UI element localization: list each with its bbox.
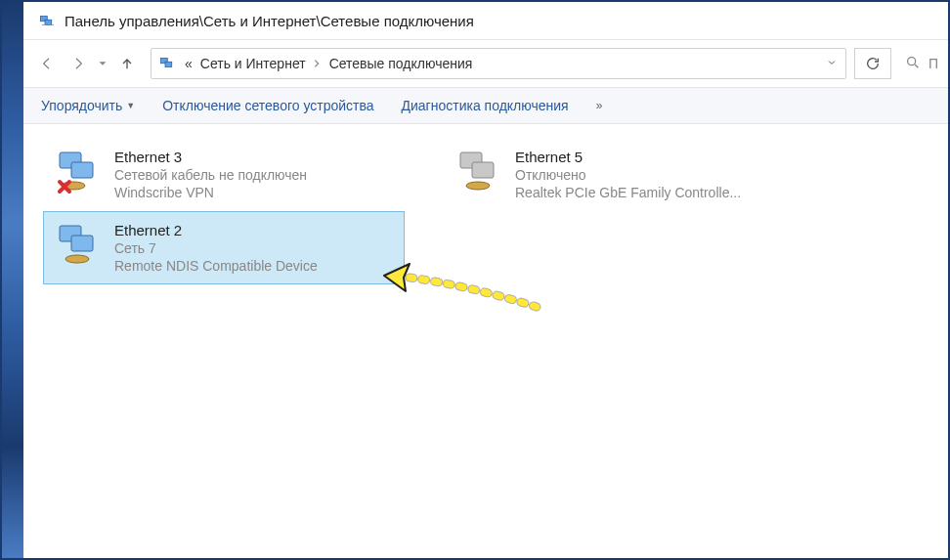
- connection-device: Remote NDIS Compatible Device: [114, 258, 318, 274]
- address-bar[interactable]: « Сеть и Интернет Сетевые подключения: [151, 48, 846, 79]
- svg-rect-3: [165, 62, 172, 66]
- recent-dropdown[interactable]: [96, 50, 109, 77]
- connection-device: Realtek PCIe GbE Family Controlle...: [515, 185, 741, 200]
- svg-rect-6: [71, 162, 93, 178]
- refresh-button[interactable]: [854, 48, 891, 79]
- connection-info: Ethernet 2 Сеть 7 Remote NDIS Compatible…: [114, 222, 318, 274]
- window-title: Панель управления\Сеть и Интернет\Сетевы…: [65, 13, 474, 29]
- connection-status: Сетевой кабель не подключен: [114, 167, 307, 183]
- disable-label: Отключение сетевого устройства: [162, 98, 373, 113]
- network-adapter-icon: [456, 149, 503, 195]
- search-icon: [905, 55, 921, 73]
- breadcrumb-item[interactable]: Сеть и Интернет: [200, 56, 322, 71]
- toolbar: Упорядочить ▼ Отключение сетевого устрой…: [23, 88, 948, 124]
- address-dropdown[interactable]: [826, 57, 838, 71]
- breadcrumb-item[interactable]: Сетевые подключения: [329, 56, 473, 71]
- disable-device-button[interactable]: Отключение сетевого устройства: [162, 98, 373, 113]
- connection-item[interactable]: Ethernet 5 Отключено Realtek PCIe GbE Fa…: [444, 138, 805, 211]
- svg-point-10: [466, 182, 490, 190]
- connection-name: Ethernet 5: [515, 149, 741, 165]
- connection-status: Сеть 7: [114, 240, 318, 256]
- connection-item[interactable]: Ethernet 3 Сетевой кабель не подключен W…: [43, 138, 405, 211]
- svg-point-13: [65, 255, 89, 263]
- connections-grid: Ethernet 3 Сетевой кабель не подключен W…: [43, 138, 928, 284]
- breadcrumb-label: Сетевые подключения: [329, 56, 473, 71]
- search-placeholder: П: [928, 56, 938, 71]
- network-adapter-icon: [56, 222, 103, 269]
- forward-button[interactable]: [65, 50, 92, 77]
- search-box[interactable]: П: [895, 55, 938, 73]
- navbar: « Сеть и Интернет Сетевые подключения П: [23, 40, 948, 88]
- breadcrumb-label: Сеть и Интернет: [200, 56, 306, 71]
- connections-pane: Ethernet 3 Сетевой кабель не подключен W…: [23, 124, 948, 558]
- breadcrumb-prefix[interactable]: «: [185, 56, 193, 71]
- chevron-right-icon: [312, 56, 322, 71]
- connection-status: Отключено: [515, 167, 741, 183]
- connection-info: Ethernet 5 Отключено Realtek PCIe GbE Fa…: [515, 149, 741, 200]
- toolbar-overflow[interactable]: »: [596, 99, 603, 112]
- connection-device: Windscribe VPN: [114, 185, 307, 200]
- organize-label: Упорядочить: [41, 98, 122, 113]
- connection-item[interactable]: Ethernet 2 Сеть 7 Remote NDIS Compatible…: [43, 211, 405, 284]
- chevron-down-icon: ▼: [126, 101, 135, 110]
- connection-name: Ethernet 2: [114, 222, 318, 238]
- svg-rect-1: [45, 20, 52, 24]
- network-adapter-icon: [56, 149, 103, 195]
- svg-rect-12: [71, 236, 93, 251]
- network-connections-icon: [159, 54, 177, 74]
- svg-point-4: [908, 57, 916, 65]
- svg-rect-9: [472, 162, 494, 178]
- connection-name: Ethernet 3: [114, 149, 307, 165]
- diagnose-label: Диагностика подключения: [402, 98, 569, 113]
- organize-menu[interactable]: Упорядочить ▼: [41, 98, 135, 113]
- network-connections-icon: [39, 12, 57, 29]
- connection-info: Ethernet 3 Сетевой кабель не подключен W…: [114, 149, 307, 200]
- back-button[interactable]: [33, 50, 61, 77]
- window: Панель управления\Сеть и Интернет\Сетевы…: [23, 2, 948, 558]
- titlebar: Панель управления\Сеть и Интернет\Сетевы…: [23, 2, 948, 40]
- diagnose-button[interactable]: Диагностика подключения: [402, 98, 569, 113]
- up-button[interactable]: [113, 50, 141, 77]
- desktop-strip: [2, 2, 23, 558]
